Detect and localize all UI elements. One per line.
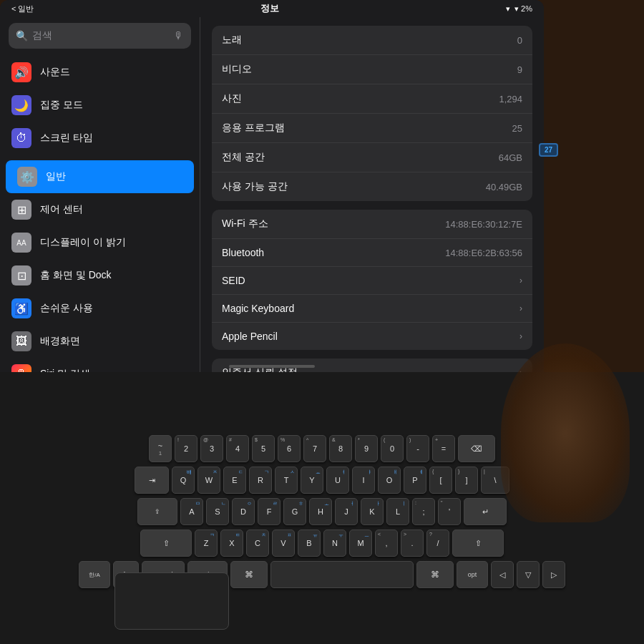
key-b[interactable]: ㅠB (298, 530, 321, 557)
sidebar-item-wallpaper[interactable]: 🖼 배경화면 (0, 325, 200, 358)
key-slash[interactable]: ?/ (426, 530, 449, 557)
detail-row-seid[interactable]: SEID › (212, 267, 532, 295)
key-n[interactable]: ㅜN (323, 530, 346, 557)
key-2[interactable]: !2 (175, 435, 197, 462)
key-enter[interactable]: ↵ (464, 498, 507, 525)
detail-row-applepencil-detail[interactable]: Apple Pencil › (212, 323, 532, 350)
back-label[interactable]: < 일반 (11, 4, 34, 14)
sidebar-label-screentime: 스크린 타임 (40, 132, 93, 145)
key-t[interactable]: ㅅT (275, 467, 298, 494)
key-minus[interactable]: )- (406, 435, 429, 462)
key-7[interactable]: ^7 (303, 435, 326, 462)
key-ropt[interactable]: opt (457, 561, 488, 588)
key-lcmd[interactable]: ⌘ (230, 561, 268, 588)
key-p[interactable]: ㅔP (404, 467, 426, 494)
battery-status: ▾ 2% (514, 4, 532, 14)
sidebar-item-sound[interactable]: 🔊 사운드 (0, 56, 200, 89)
sidebar-item-general[interactable]: ⚙️ 일반 (6, 160, 194, 193)
key-y[interactable]: ㅛY (301, 467, 323, 494)
search-bar[interactable]: 🔍 검색 🎙 (9, 23, 191, 49)
key-4[interactable]: #4 (226, 435, 249, 462)
key-right[interactable]: ▷ (542, 561, 565, 588)
key-equals[interactable]: += (432, 435, 455, 462)
key-9[interactable]: *9 (355, 435, 378, 462)
key-quote[interactable]: "' (438, 498, 461, 525)
key-u[interactable]: ㅕU (326, 467, 349, 494)
key-6[interactable]: %6 (278, 435, 301, 462)
key-down[interactable]: ▽ (517, 561, 540, 588)
key-m[interactable]: ㅡM (349, 530, 372, 557)
key-5[interactable]: $5 (252, 435, 275, 462)
key-capslock[interactable]: ⇪ (137, 498, 177, 525)
key-lang-switch[interactable]: 한/A (79, 561, 110, 588)
sidebar-item-focus[interactable]: 🌙 집중 모드 (0, 89, 200, 122)
search-icon: 🔍 (16, 30, 28, 42)
keyboard-row-asdf: ⇪ ㅁA ㄴS ㅇD ㄹF ㅎG ㅗH ㅓJ ㅏK ㅣL :; "' ↵ (137, 498, 507, 525)
key-f[interactable]: ㄹF (258, 498, 280, 525)
status-left: < 일반 (11, 4, 34, 14)
key-tilde[interactable]: ~1 (149, 435, 172, 462)
applepencil-chevron: › (519, 331, 522, 341)
homescreen-icon: ⊡ (11, 265, 31, 286)
controlcenter-icon: ⊞ (11, 200, 31, 220)
trackpad[interactable] (114, 572, 229, 630)
detail-row-totalstorage: 전체 공간 64GB (212, 143, 532, 172)
key-period[interactable]: >. (401, 530, 424, 557)
key-rshift[interactable]: ⇧ (452, 530, 504, 557)
key-0[interactable]: (0 (381, 435, 404, 462)
key-semicolon[interactable]: :; (412, 498, 435, 525)
availablestorage-label: 사용 가능 공간 (222, 180, 288, 193)
key-x[interactable]: ㅌX (220, 530, 243, 557)
sidebar: 🔍 검색 🎙 🔊 사운드 🌙 집중 모드 ⏱ 스크린 타임 ⚙️ 일반 (0, 17, 200, 372)
key-lshift[interactable]: ⇧ (140, 530, 192, 557)
key-comma[interactable]: <, (375, 530, 398, 557)
key-z[interactable]: ㅋZ (195, 530, 218, 557)
key-8[interactable]: &8 (329, 435, 352, 462)
key-h[interactable]: ㅗH (309, 498, 332, 525)
sidebar-label-homescreen: 홈 화면 및 Dock (40, 269, 112, 282)
key-k[interactable]: ㅏK (361, 498, 384, 525)
settings-container: 🔍 검색 🎙 🔊 사운드 🌙 집중 모드 ⏱ 스크린 타임 ⚙️ 일반 (0, 17, 544, 372)
key-space[interactable] (270, 561, 414, 588)
sidebar-label-display: 디스플레이 이 밝기 (40, 236, 126, 249)
keyboard-row-qwerty: ⇥ 배Q ㅈW ㄷE ㄱR ㅅT ㅛY ㅕU ㅑI ㅐO ㅔP {[ }] |\ (135, 467, 509, 494)
focus-icon: 🌙 (11, 95, 31, 115)
photos-label: 사진 (222, 92, 242, 105)
key-q[interactable]: 배Q (172, 467, 195, 494)
sidebar-item-homescreen[interactable]: ⊡ 홈 화면 및 Dock (0, 259, 200, 292)
key-g[interactable]: ㅎG (283, 498, 306, 525)
key-3[interactable]: @3 (200, 435, 223, 462)
key-d[interactable]: ㅇD (232, 498, 255, 525)
sidebar-item-screentime[interactable]: ⏱ 스크린 타임 (0, 122, 200, 155)
key-j[interactable]: ㅓJ (335, 498, 358, 525)
key-left[interactable]: ◁ (491, 561, 514, 588)
key-e[interactable]: ㄷE (223, 467, 246, 494)
key-l[interactable]: ㅣL (386, 498, 409, 525)
wifi-address-value: 14:88:E6:30:12:7E (445, 219, 522, 230)
key-rbracket[interactable]: }] (455, 467, 478, 494)
key-lbracket[interactable]: {[ (429, 467, 452, 494)
availablestorage-value: 40.49GB (486, 182, 522, 192)
key-s[interactable]: ㄴS (206, 498, 229, 525)
key-tab[interactable]: ⇥ (135, 467, 169, 494)
microphone-icon[interactable]: 🎙 (174, 30, 184, 42)
detail-row-apps: 응용 프로그램 25 (212, 114, 532, 143)
key-rcmd[interactable]: ⌘ (416, 561, 454, 588)
key-r[interactable]: ㄱR (249, 467, 272, 494)
detail-row-magickeyboard[interactable]: Magic Keyboard › (212, 295, 532, 323)
sidebar-item-accessibility[interactable]: ♿ 손쉬운 사용 (0, 292, 200, 325)
key-w[interactable]: ㅈW (197, 467, 220, 494)
key-a[interactable]: ㅁA (180, 498, 203, 525)
sidebar-item-display[interactable]: AA 디스플레이 이 밝기 (0, 226, 200, 259)
key-backspace[interactable]: ⌫ (458, 435, 495, 462)
key-v[interactable]: ㅍV (272, 530, 295, 557)
key-i[interactable]: ㅑI (352, 467, 375, 494)
sidebar-label-focus: 집중 모드 (40, 99, 83, 112)
sidebar-item-controlcenter[interactable]: ⊞ 제어 센터 (0, 193, 200, 226)
key-o[interactable]: ㅐO (378, 467, 401, 494)
sidebar-item-siri[interactable]: 🎙 Siri 및 검색 (0, 358, 200, 372)
search-placeholder: 검색 (32, 29, 52, 42)
key-c[interactable]: ㅊC (246, 530, 269, 557)
totalstorage-value: 64GB (499, 152, 522, 163)
detail-row-availablestorage: 사용 가능 공간 40.49GB (212, 172, 532, 201)
